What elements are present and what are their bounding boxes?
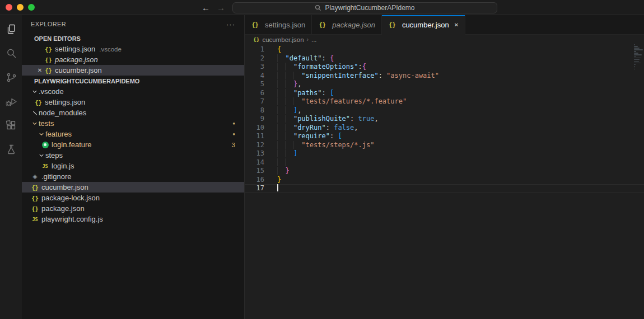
activity-search-icon[interactable] bbox=[4, 46, 18, 60]
file-label: cucumber.json bbox=[41, 183, 88, 191]
file-label: settings.json bbox=[45, 98, 85, 106]
code-editor[interactable]: 1{2 "default": {3 "formateOptions":{4 "s… bbox=[245, 44, 644, 319]
minimap[interactable] bbox=[634, 44, 643, 71]
line-content: "paths": [ bbox=[277, 89, 334, 98]
tree-item-features[interactable]: features● bbox=[22, 129, 244, 139]
code-line-6[interactable]: 6 "paths": [ bbox=[245, 89, 644, 98]
code-line-16[interactable]: 16} bbox=[245, 176, 644, 185]
code-line-7[interactable]: 7 "tests/features/*.feature" bbox=[245, 97, 644, 106]
forward-arrow-button[interactable]: → bbox=[217, 3, 225, 12]
tab-settings.json[interactable]: {}settings.json bbox=[245, 15, 312, 34]
open-editor-package.json[interactable]: {}package.json bbox=[22, 54, 244, 65]
open-editor-cucumber.json[interactable]: ✕{}cucumber.json bbox=[22, 65, 244, 76]
code-line-11[interactable]: 11 "require": [ bbox=[245, 132, 644, 141]
line-number: 10 bbox=[245, 124, 274, 133]
code-line-4[interactable]: 4 "snippentInterface": "async-await" bbox=[245, 72, 644, 81]
line-content: "formateOptions":{ bbox=[277, 63, 366, 72]
code-line-2[interactable]: 2 "default": { bbox=[245, 54, 644, 63]
json-icon: {} bbox=[44, 57, 53, 63]
tab-package.json[interactable]: {}package.json bbox=[312, 15, 382, 34]
workspace-search-label: PlaywrightCucumberAPIdemo bbox=[325, 4, 414, 12]
line-content: "snippentInterface": "async-await" bbox=[277, 72, 439, 81]
line-number: 9 bbox=[245, 115, 274, 124]
json-icon: {} bbox=[318, 21, 326, 28]
text-cursor bbox=[277, 184, 278, 191]
tree-item-node_modules[interactable]: node_modules bbox=[22, 107, 244, 118]
chevron-down-icon bbox=[38, 153, 45, 158]
activity-source-control-icon[interactable] bbox=[4, 71, 18, 84]
line-content bbox=[277, 184, 278, 193]
tree-item-settings.json[interactable]: {}settings.json bbox=[22, 97, 244, 107]
file-path-suffix: .vscode bbox=[99, 46, 122, 53]
tab-label: settings.json bbox=[265, 21, 305, 29]
vscode-window: ← → PlaywrightCucumberAPIdemo EXPLORER ·… bbox=[0, 0, 644, 319]
json-icon: {} bbox=[34, 99, 43, 106]
back-arrow-button[interactable]: ← bbox=[202, 3, 210, 12]
file-label: playwright.config.js bbox=[41, 215, 103, 223]
close-icon[interactable]: ✕ bbox=[35, 67, 44, 73]
json-icon: {} bbox=[31, 205, 39, 212]
file-label: login.js bbox=[52, 162, 74, 170]
activity-explorer-icon[interactable] bbox=[4, 22, 18, 36]
modified-dot-badge: ● bbox=[232, 132, 235, 137]
tab-cucumber.json[interactable]: {}cucumber.json✕ bbox=[382, 15, 465, 35]
code-line-12[interactable]: 12 "tests/steps/*.js" bbox=[245, 141, 644, 150]
open-editors-label: OPEN EDITORS bbox=[34, 35, 81, 42]
activity-extensions-icon[interactable] bbox=[4, 119, 18, 132]
line-number: 13 bbox=[245, 149, 274, 158]
line-number: 4 bbox=[245, 72, 274, 81]
chevron-down-icon bbox=[31, 121, 39, 126]
code-line-13[interactable]: 13 ] bbox=[245, 149, 644, 158]
code-line-5[interactable]: 5 }, bbox=[245, 80, 644, 89]
tree-item-login.js[interactable]: JSlogin.js bbox=[22, 161, 244, 171]
tree-item-.vscode[interactable]: .vscode bbox=[22, 86, 244, 97]
tree-item-package.json[interactable]: {}package.json bbox=[22, 203, 244, 214]
breadcrumb-ellipsis[interactable]: ... bbox=[311, 36, 317, 43]
code-line-14[interactable]: 14 bbox=[245, 158, 644, 167]
close-icon[interactable]: ✕ bbox=[454, 22, 459, 28]
title-bar: ← → PlaywrightCucumberAPIdemo bbox=[0, 0, 644, 15]
activity-testing-icon[interactable] bbox=[4, 143, 18, 156]
code-line-10[interactable]: 10 "dryRun": false, bbox=[245, 124, 644, 133]
workspace-header[interactable]: PLAYWRIGHTCUCUMBERAPIDEMO bbox=[22, 76, 244, 86]
open-editor-settings.json[interactable]: {}settings.json.vscode bbox=[22, 44, 244, 54]
tree-item-playwright.config.js[interactable]: JSplaywright.config.js bbox=[22, 214, 244, 224]
file-label: features bbox=[45, 130, 72, 138]
json-icon: {} bbox=[31, 195, 39, 201]
editor-area: {}settings.json{}package.json{}cucumber.… bbox=[245, 15, 644, 319]
tree-item-cucumber.json[interactable]: {}cucumber.json bbox=[22, 182, 244, 193]
line-number: 3 bbox=[245, 63, 274, 72]
line-content: "require": [ bbox=[277, 132, 342, 141]
open-editors-header[interactable]: OPEN EDITORS bbox=[22, 33, 244, 44]
json-icon: {} bbox=[31, 184, 39, 191]
code-line-15[interactable]: 15 } bbox=[245, 167, 644, 176]
js-icon: JS bbox=[31, 217, 39, 222]
code-line-17[interactable]: 17 bbox=[245, 184, 644, 193]
maximize-window-button[interactable] bbox=[28, 4, 35, 11]
breadcrumb[interactable]: {} cucumber.json › ... bbox=[245, 35, 644, 44]
breadcrumb-separator-icon: › bbox=[307, 36, 309, 43]
tree-item-steps[interactable]: steps bbox=[22, 150, 244, 161]
line-content: "publishQuite": true, bbox=[277, 115, 379, 124]
line-number: 16 bbox=[245, 176, 274, 185]
code-line-3[interactable]: 3 "formateOptions":{ bbox=[245, 63, 644, 72]
json-icon: {} bbox=[44, 67, 53, 74]
breadcrumb-file[interactable]: cucumber.json bbox=[262, 36, 304, 43]
code-line-1[interactable]: 1{ bbox=[245, 45, 644, 54]
problems-count-badge: 3 bbox=[232, 142, 235, 148]
activity-run-debug-icon[interactable] bbox=[4, 95, 18, 108]
code-line-9[interactable]: 9 "publishQuite": true, bbox=[245, 115, 644, 124]
minimize-window-button[interactable] bbox=[17, 4, 24, 11]
explorer-more-actions-icon[interactable]: ··· bbox=[226, 20, 235, 29]
code-line-8[interactable]: 8 ], bbox=[245, 106, 644, 115]
chevron-down-icon bbox=[38, 132, 45, 137]
cucumber-icon bbox=[41, 142, 49, 148]
close-window-button[interactable] bbox=[6, 4, 12, 11]
tree-item-package-lock.json[interactable]: {}package-lock.json bbox=[22, 193, 244, 203]
tree-item-.gitignore[interactable]: ◈.gitignore bbox=[22, 171, 244, 182]
line-content: "default": { bbox=[277, 54, 334, 63]
tree-item-login.feature[interactable]: login.feature3 bbox=[22, 139, 244, 150]
command-center-search[interactable]: PlaywrightCucumberAPIdemo bbox=[232, 2, 497, 13]
tree-item-tests[interactable]: tests● bbox=[22, 118, 244, 129]
line-content: "tests/features/*.feature" bbox=[277, 97, 407, 106]
